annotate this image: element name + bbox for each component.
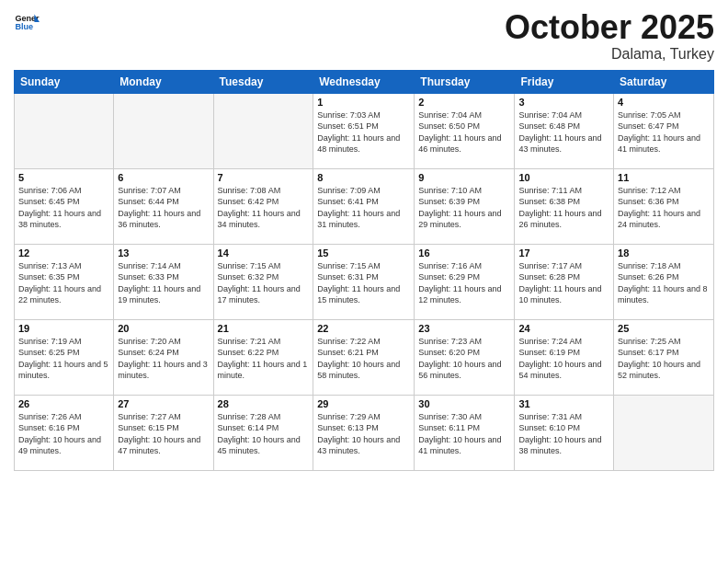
day-info: Sunrise: 7:29 AM Sunset: 6:13 PM Dayligh… — [317, 411, 410, 457]
day-info: Sunrise: 7:19 AM Sunset: 6:25 PM Dayligh… — [18, 336, 109, 382]
day-number: 14 — [218, 247, 310, 259]
calendar-cell — [614, 395, 714, 470]
page-container: General Blue October 2025 Dalama, Turkey… — [0, 0, 728, 563]
day-info: Sunrise: 7:12 AM Sunset: 6:36 PM Dayligh… — [618, 185, 710, 231]
day-header-thursday: Thursday — [415, 70, 515, 93]
day-info: Sunrise: 7:04 AM Sunset: 6:50 PM Dayligh… — [418, 109, 510, 155]
day-info: Sunrise: 7:06 AM Sunset: 6:45 PM Dayligh… — [18, 185, 109, 231]
calendar-cell: 21Sunrise: 7:21 AM Sunset: 6:22 PM Dayli… — [213, 319, 313, 395]
day-number: 25 — [618, 323, 710, 334]
day-info: Sunrise: 7:15 AM Sunset: 6:31 PM Dayligh… — [317, 260, 410, 306]
calendar-cell: 19Sunrise: 7:19 AM Sunset: 6:25 PM Dayli… — [15, 319, 114, 395]
month-title: October 2025 — [505, 9, 714, 46]
calendar-cell: 10Sunrise: 7:11 AM Sunset: 6:38 PM Dayli… — [515, 168, 614, 244]
calendar-cell: 23Sunrise: 7:23 AM Sunset: 6:20 PM Dayli… — [415, 319, 515, 395]
calendar-cell: 9Sunrise: 7:10 AM Sunset: 6:39 PM Daylig… — [415, 168, 515, 244]
day-number: 11 — [618, 172, 710, 183]
day-number: 31 — [518, 398, 609, 409]
calendar-table: SundayMondayTuesdayWednesdayThursdayFrid… — [14, 70, 714, 471]
day-number: 1 — [317, 97, 410, 108]
day-number: 5 — [18, 172, 109, 183]
calendar-cell: 3Sunrise: 7:04 AM Sunset: 6:48 PM Daylig… — [515, 93, 614, 168]
day-header-sunday: Sunday — [15, 70, 114, 93]
day-info: Sunrise: 7:11 AM Sunset: 6:38 PM Dayligh… — [518, 185, 609, 231]
calendar-cell: 16Sunrise: 7:16 AM Sunset: 6:29 PM Dayli… — [415, 244, 515, 319]
day-header-tuesday: Tuesday — [213, 70, 313, 93]
subtitle: Dalama, Turkey — [505, 46, 714, 63]
day-number: 30 — [418, 398, 510, 409]
day-info: Sunrise: 7:24 AM Sunset: 6:19 PM Dayligh… — [518, 336, 609, 382]
day-number: 18 — [618, 247, 710, 259]
day-info: Sunrise: 7:10 AM Sunset: 6:39 PM Dayligh… — [418, 185, 510, 231]
day-number: 2 — [418, 97, 510, 108]
day-info: Sunrise: 7:31 AM Sunset: 6:10 PM Dayligh… — [518, 411, 609, 457]
day-number: 21 — [218, 323, 310, 334]
calendar-header-row: SundayMondayTuesdayWednesdayThursdayFrid… — [15, 70, 714, 93]
calendar-week-2: 5Sunrise: 7:06 AM Sunset: 6:45 PM Daylig… — [15, 168, 714, 244]
calendar-cell — [213, 93, 313, 168]
logo: General Blue — [14, 9, 40, 35]
calendar-cell — [15, 93, 114, 168]
day-info: Sunrise: 7:15 AM Sunset: 6:32 PM Dayligh… — [218, 260, 310, 306]
calendar-cell: 18Sunrise: 7:18 AM Sunset: 6:26 PM Dayli… — [614, 244, 714, 319]
day-info: Sunrise: 7:26 AM Sunset: 6:16 PM Dayligh… — [18, 411, 109, 457]
day-number: 22 — [317, 323, 410, 334]
calendar-cell: 20Sunrise: 7:20 AM Sunset: 6:24 PM Dayli… — [114, 319, 213, 395]
day-number: 19 — [18, 323, 109, 334]
calendar-week-3: 12Sunrise: 7:13 AM Sunset: 6:35 PM Dayli… — [15, 244, 714, 319]
day-number: 26 — [18, 398, 109, 409]
calendar-cell: 1Sunrise: 7:03 AM Sunset: 6:51 PM Daylig… — [313, 93, 415, 168]
day-number: 3 — [518, 97, 609, 108]
day-number: 29 — [317, 398, 410, 409]
calendar-cell: 26Sunrise: 7:26 AM Sunset: 6:16 PM Dayli… — [15, 395, 114, 470]
day-info: Sunrise: 7:08 AM Sunset: 6:42 PM Dayligh… — [218, 185, 310, 231]
calendar-cell: 31Sunrise: 7:31 AM Sunset: 6:10 PM Dayli… — [515, 395, 614, 470]
day-number: 20 — [118, 323, 209, 334]
calendar-cell: 24Sunrise: 7:24 AM Sunset: 6:19 PM Dayli… — [515, 319, 614, 395]
day-number: 10 — [518, 172, 609, 183]
day-number: 13 — [118, 247, 209, 259]
header: General Blue October 2025 Dalama, Turkey — [14, 9, 714, 63]
day-info: Sunrise: 7:13 AM Sunset: 6:35 PM Dayligh… — [18, 260, 109, 306]
title-block: October 2025 Dalama, Turkey — [505, 9, 714, 63]
day-header-wednesday: Wednesday — [313, 70, 415, 93]
svg-text:Blue: Blue — [15, 22, 33, 31]
day-header-saturday: Saturday — [614, 70, 714, 93]
calendar-week-4: 19Sunrise: 7:19 AM Sunset: 6:25 PM Dayli… — [15, 319, 714, 395]
day-info: Sunrise: 7:17 AM Sunset: 6:28 PM Dayligh… — [518, 260, 609, 306]
day-info: Sunrise: 7:03 AM Sunset: 6:51 PM Dayligh… — [317, 109, 410, 155]
day-info: Sunrise: 7:27 AM Sunset: 6:15 PM Dayligh… — [118, 411, 209, 457]
calendar-cell: 22Sunrise: 7:22 AM Sunset: 6:21 PM Dayli… — [313, 319, 415, 395]
calendar-cell: 15Sunrise: 7:15 AM Sunset: 6:31 PM Dayli… — [313, 244, 415, 319]
day-number: 16 — [418, 247, 510, 259]
day-number: 6 — [118, 172, 209, 183]
calendar-cell: 28Sunrise: 7:28 AM Sunset: 6:14 PM Dayli… — [213, 395, 313, 470]
day-number: 24 — [518, 323, 609, 334]
calendar-cell — [114, 93, 213, 168]
day-number: 7 — [218, 172, 310, 183]
calendar-cell: 7Sunrise: 7:08 AM Sunset: 6:42 PM Daylig… — [213, 168, 313, 244]
calendar-cell: 5Sunrise: 7:06 AM Sunset: 6:45 PM Daylig… — [15, 168, 114, 244]
day-header-friday: Friday — [515, 70, 614, 93]
logo-icon: General Blue — [14, 9, 40, 35]
calendar-cell: 14Sunrise: 7:15 AM Sunset: 6:32 PM Dayli… — [213, 244, 313, 319]
day-info: Sunrise: 7:05 AM Sunset: 6:47 PM Dayligh… — [618, 109, 710, 155]
day-number: 12 — [18, 247, 109, 259]
day-number: 27 — [118, 398, 209, 409]
day-number: 8 — [317, 172, 410, 183]
day-number: 28 — [218, 398, 310, 409]
calendar-cell: 25Sunrise: 7:25 AM Sunset: 6:17 PM Dayli… — [614, 319, 714, 395]
day-info: Sunrise: 7:30 AM Sunset: 6:11 PM Dayligh… — [418, 411, 510, 457]
calendar-cell: 30Sunrise: 7:30 AM Sunset: 6:11 PM Dayli… — [415, 395, 515, 470]
day-info: Sunrise: 7:14 AM Sunset: 6:33 PM Dayligh… — [118, 260, 209, 306]
day-header-monday: Monday — [114, 70, 213, 93]
day-info: Sunrise: 7:25 AM Sunset: 6:17 PM Dayligh… — [618, 336, 710, 382]
day-info: Sunrise: 7:20 AM Sunset: 6:24 PM Dayligh… — [118, 336, 209, 382]
day-info: Sunrise: 7:16 AM Sunset: 6:29 PM Dayligh… — [418, 260, 510, 306]
day-info: Sunrise: 7:09 AM Sunset: 6:41 PM Dayligh… — [317, 185, 410, 231]
day-info: Sunrise: 7:28 AM Sunset: 6:14 PM Dayligh… — [218, 411, 310, 457]
calendar-cell: 6Sunrise: 7:07 AM Sunset: 6:44 PM Daylig… — [114, 168, 213, 244]
day-number: 23 — [418, 323, 510, 334]
calendar-week-1: 1Sunrise: 7:03 AM Sunset: 6:51 PM Daylig… — [15, 93, 714, 168]
calendar-week-5: 26Sunrise: 7:26 AM Sunset: 6:16 PM Dayli… — [15, 395, 714, 470]
